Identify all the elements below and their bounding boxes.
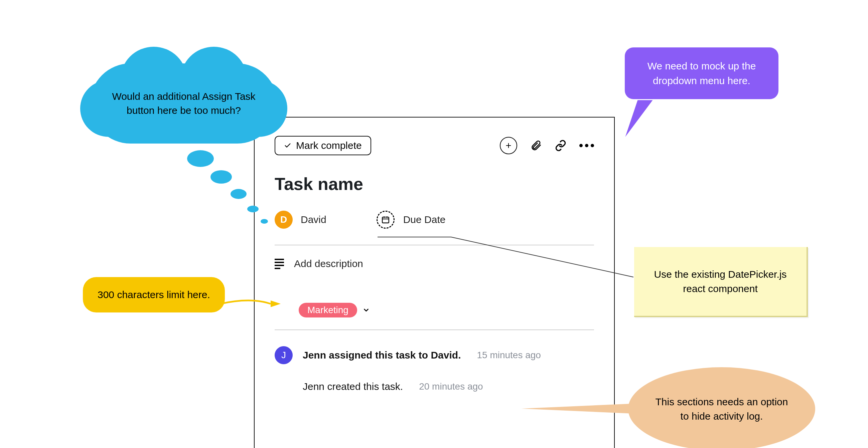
thought-tail-bubble (260, 219, 268, 224)
copy-link-button[interactable] (555, 140, 567, 151)
tag-pill[interactable]: Marketing (299, 303, 357, 317)
thought-tail-bubble (211, 170, 232, 183)
svg-rect-0 (382, 217, 389, 223)
assignee-name: David (301, 214, 327, 225)
tag-row: Marketing (299, 303, 594, 317)
plus-icon (505, 142, 512, 149)
activity-time: 15 minutes ago (477, 350, 540, 360)
mark-complete-label: Mark complete (296, 140, 362, 151)
calendar-icon (381, 215, 390, 224)
card-actions (500, 137, 594, 154)
meta-row: D David Due Date (275, 211, 594, 229)
due-date-circle (376, 211, 395, 229)
sticky-note-text: Use the existing DatePicker.js react com… (646, 267, 795, 296)
svg-marker-1 (271, 301, 281, 307)
annotation-speech-bubble: We need to mock up the dropdown menu her… (625, 47, 778, 99)
card-toolbar: Mark complete (275, 136, 594, 155)
thought-cloud-body: Would an additional Assign Task button h… (90, 63, 277, 143)
thought-tail-bubble (247, 206, 258, 212)
activity-text: Jenn created this task. (303, 381, 403, 392)
yellow-note-text: 300 characters limit here. (98, 289, 210, 300)
speech-bubble-text: We need to mock up the dropdown menu her… (648, 61, 756, 86)
activity-time: 20 minutes ago (419, 381, 483, 392)
link-icon (555, 140, 567, 151)
thought-tail-bubble (187, 150, 214, 167)
ellipse-callout-body: This sections needs an option to hide ac… (628, 367, 815, 448)
ellipse-callout-text: This sections needs an option to hide ac… (651, 394, 792, 424)
assignee-field[interactable]: D David (275, 211, 327, 229)
description-icon (275, 259, 284, 269)
description-placeholder: Add description (294, 258, 363, 269)
annotation-thought-cloud: Would an additional Assign Task button h… (90, 63, 304, 143)
activity-row: J Jenn assigned this task to David. 15 m… (275, 346, 594, 364)
more-actions-button[interactable] (579, 144, 594, 147)
add-subtask-button[interactable] (500, 137, 517, 154)
ellipse-callout-tail (521, 403, 642, 414)
activity-avatar: J (275, 346, 293, 364)
thought-cloud-text: Would an additional Assign Task button h… (110, 90, 257, 117)
annotation-arrow (220, 294, 281, 314)
due-date-field[interactable]: Due Date (376, 211, 446, 229)
due-date-label: Due Date (403, 214, 446, 225)
dot-icon (585, 144, 588, 147)
dot-icon (579, 144, 583, 147)
task-title[interactable]: Task name (275, 174, 594, 194)
annotation-yellow-note: 300 characters limit here. (83, 277, 225, 312)
chevron-down-icon[interactable] (363, 306, 370, 314)
thought-tail-bubble (230, 189, 247, 199)
divider (275, 330, 594, 330)
activity-text: Jenn assigned this task to David. (303, 349, 461, 361)
paperclip-icon (530, 140, 542, 151)
annotation-ellipse-callout: This sections needs an option to hide ac… (521, 367, 822, 448)
speech-bubble-tail (612, 100, 652, 137)
attach-button[interactable] (530, 140, 542, 151)
assignee-avatar: D (275, 211, 293, 229)
annotation-sticky-note: Use the existing DatePicker.js react com… (634, 247, 808, 317)
dot-icon (591, 144, 594, 147)
annotation-connector (377, 234, 645, 301)
